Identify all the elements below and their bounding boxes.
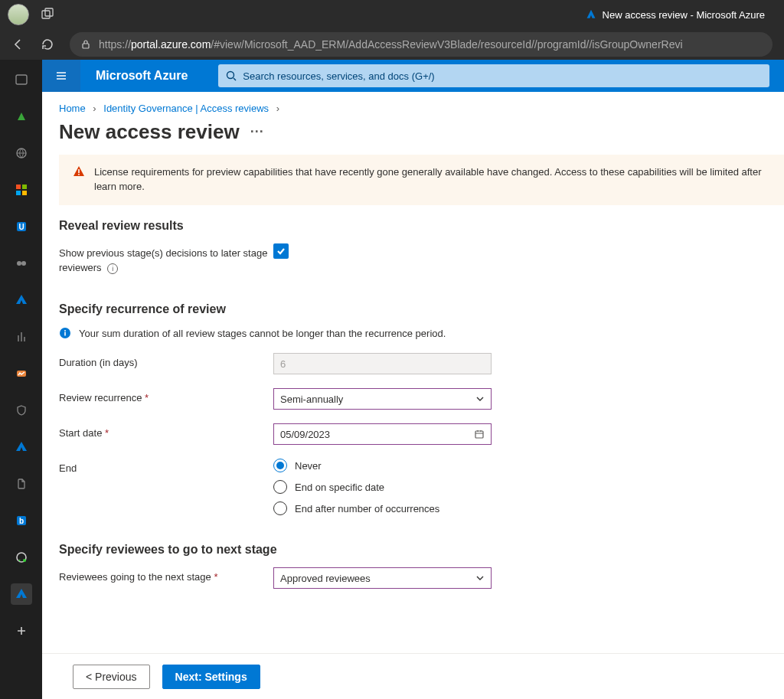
svg-rect-3 bbox=[16, 75, 27, 84]
svg-rect-0 bbox=[42, 11, 50, 18]
recurrence-select[interactable]: Semi-annually bbox=[273, 388, 492, 410]
svg-rect-6 bbox=[22, 185, 27, 189]
svg-rect-1 bbox=[45, 8, 53, 16]
search-icon bbox=[226, 70, 237, 81]
section-title-reviewees: Specify reviewees to go to next stage bbox=[59, 543, 767, 557]
end-specific-label: End on specific date bbox=[295, 482, 384, 493]
footer-bar: < Previous Next: Settings bbox=[42, 653, 784, 699]
warning-learn-more-link[interactable]: learn more. bbox=[94, 181, 145, 192]
recurrence-value: Semi-annually bbox=[280, 394, 343, 405]
end-specific-radio[interactable]: End on specific date bbox=[273, 480, 439, 494]
azure-brand[interactable]: Microsoft Azure bbox=[80, 69, 218, 83]
svg-rect-2 bbox=[83, 44, 89, 48]
start-date-input[interactable]: 05/09/2023 bbox=[273, 423, 492, 445]
radio-icon bbox=[273, 459, 287, 472]
site-info-icon[interactable] bbox=[80, 39, 91, 50]
warning-icon bbox=[73, 165, 85, 178]
sidebar-item-5[interactable] bbox=[11, 253, 32, 274]
reviewees-select[interactable]: Approved reviewees bbox=[273, 567, 492, 589]
refresh-icon[interactable] bbox=[41, 38, 54, 51]
back-icon[interactable] bbox=[11, 38, 25, 51]
breadcrumb-home[interactable]: Home bbox=[59, 103, 86, 114]
svg-text:b: b bbox=[18, 517, 23, 525]
svg-rect-8 bbox=[22, 191, 27, 195]
sidebar-item-9[interactable] bbox=[11, 400, 32, 421]
svg-rect-13 bbox=[17, 371, 26, 377]
sidebar-item-tab[interactable] bbox=[11, 69, 32, 90]
recurrence-label: Review recurrence bbox=[59, 392, 142, 403]
breadcrumb: Home › Identity Governance | Access revi… bbox=[42, 92, 784, 119]
svg-point-18 bbox=[227, 72, 234, 79]
svg-rect-24 bbox=[475, 431, 483, 438]
info-icon bbox=[59, 327, 71, 339]
info-icon[interactable]: i bbox=[107, 263, 118, 274]
svg-rect-7 bbox=[16, 191, 21, 195]
azure-header: Microsoft Azure Search resources, servic… bbox=[42, 60, 784, 92]
start-date-label: Start date bbox=[59, 427, 102, 439]
breadcrumb-item[interactable]: Identity Governance | Access reviews bbox=[103, 103, 269, 114]
browser-navbar: https://portal.azure.com/#view/Microsoft… bbox=[0, 29, 784, 60]
azure-logo-icon bbox=[586, 9, 596, 20]
sidebar-item-1[interactable] bbox=[11, 106, 32, 127]
calendar-icon bbox=[474, 429, 485, 439]
sidebar-item-14[interactable] bbox=[11, 583, 32, 605]
svg-point-17 bbox=[23, 559, 26, 562]
workspaces-icon[interactable] bbox=[41, 7, 56, 22]
sidebar-item-12[interactable]: b bbox=[11, 510, 32, 531]
svg-rect-20 bbox=[78, 174, 80, 175]
edge-sidebar: U b bbox=[0, 60, 42, 699]
more-options-icon[interactable]: ··· bbox=[250, 124, 264, 140]
section-title-recurrence: Specify recurrence of review bbox=[59, 302, 767, 316]
profile-avatar[interactable] bbox=[8, 4, 29, 25]
svg-text:U: U bbox=[18, 223, 24, 231]
reviewees-value: Approved reviewees bbox=[280, 573, 371, 584]
add-sidebar-icon[interactable] bbox=[11, 620, 32, 642]
recurrence-info-text: Your sum duration of all review stages c… bbox=[79, 328, 446, 339]
search-input[interactable]: Search resources, services, and docs (G+… bbox=[218, 64, 769, 87]
chevron-right-icon: › bbox=[93, 103, 96, 114]
browser-topbar: New access review - Microsoft Azure bbox=[0, 0, 784, 29]
check-icon bbox=[276, 246, 286, 256]
url-text: https://portal.azure.com/#view/Microsoft… bbox=[99, 38, 683, 51]
sidebar-item-3[interactable] bbox=[11, 179, 32, 201]
reviewees-label: Reviewees going to the next stage bbox=[59, 571, 211, 583]
page-title: New access review bbox=[59, 120, 240, 144]
show-previous-checkbox[interactable] bbox=[273, 243, 289, 259]
svg-point-11 bbox=[17, 261, 21, 266]
previous-button[interactable]: < Previous bbox=[73, 665, 150, 689]
address-bar[interactable]: https://portal.azure.com/#view/Microsoft… bbox=[70, 32, 773, 57]
next-button[interactable]: Next: Settings bbox=[162, 665, 260, 689]
end-never-label: Never bbox=[295, 460, 322, 472]
sidebar-item-2[interactable] bbox=[11, 142, 32, 164]
section-title-reveal: Reveal review results bbox=[59, 219, 767, 233]
sidebar-item-7[interactable] bbox=[11, 326, 32, 348]
sidebar-item-10[interactable] bbox=[11, 436, 32, 458]
radio-icon bbox=[273, 480, 287, 494]
chevron-down-icon bbox=[475, 573, 485, 583]
duration-input bbox=[273, 353, 492, 374]
search-placeholder: Search resources, services, and docs (G+… bbox=[243, 70, 434, 82]
svg-rect-19 bbox=[78, 169, 80, 173]
sidebar-item-8[interactable] bbox=[11, 363, 32, 384]
end-occurrences-radio[interactable]: End after number of occurrences bbox=[273, 501, 439, 515]
sidebar-item-4[interactable]: U bbox=[11, 216, 32, 237]
end-never-radio[interactable]: Never bbox=[273, 459, 439, 472]
field-label-show-previous: Show previous stage(s) decisions to late… bbox=[59, 247, 267, 273]
tab-title: New access review - Microsoft Azure bbox=[603, 9, 765, 21]
sidebar-item-11[interactable] bbox=[11, 473, 32, 495]
hamburger-menu-icon[interactable] bbox=[42, 60, 80, 92]
start-date-value: 05/09/2023 bbox=[280, 429, 330, 440]
end-occurrences-label: End after number of occurrences bbox=[295, 503, 439, 514]
chevron-down-icon bbox=[475, 394, 485, 403]
svg-rect-5 bbox=[16, 185, 21, 189]
sidebar-item-13[interactable] bbox=[11, 547, 32, 568]
svg-rect-23 bbox=[64, 330, 66, 332]
warning-text: License requirements for preview capabil… bbox=[94, 166, 762, 178]
radio-icon bbox=[273, 501, 287, 515]
warning-banner: License requirements for preview capabil… bbox=[59, 155, 784, 205]
browser-tab[interactable]: New access review - Microsoft Azure bbox=[586, 9, 776, 21]
svg-rect-22 bbox=[64, 332, 66, 336]
end-label: End bbox=[59, 459, 273, 476]
sidebar-item-6[interactable] bbox=[11, 289, 32, 311]
svg-point-12 bbox=[21, 261, 26, 266]
